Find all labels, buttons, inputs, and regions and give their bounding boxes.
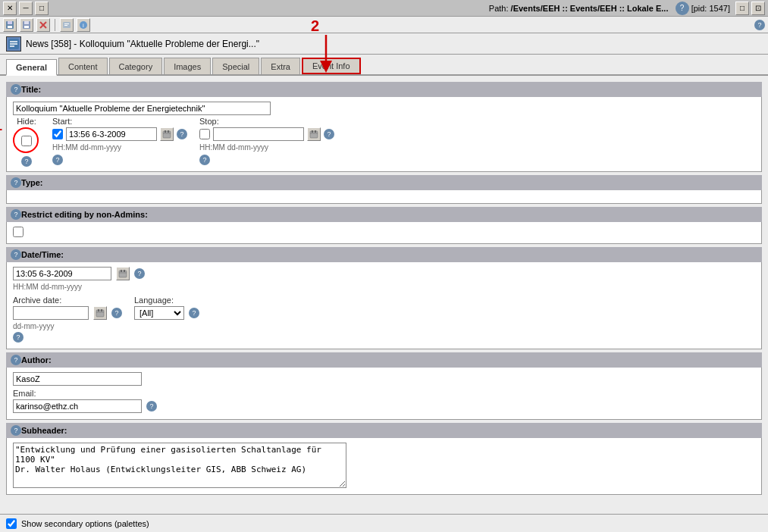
save-doc-button[interactable] bbox=[20, 18, 33, 32]
author-section-body: Email: ? bbox=[6, 368, 762, 420]
svg-rect-28 bbox=[121, 270, 122, 272]
restore-btn[interactable]: □ bbox=[35, 2, 49, 15]
type-section-header: ? Type: bbox=[6, 175, 762, 190]
svg-rect-21 bbox=[168, 130, 169, 133]
type-help-icon[interactable]: ? bbox=[11, 177, 21, 188]
type-section-body bbox=[6, 190, 762, 204]
close-btn[interactable]: ✕ bbox=[3, 2, 17, 15]
title-section-body: 1 Hide: ? Start: bbox=[6, 97, 762, 172]
tab-extra[interactable]: Extra bbox=[261, 58, 300, 74]
svg-rect-33 bbox=[101, 309, 102, 311]
restrict-section: ? Restrict editing by non-Admins: bbox=[6, 207, 762, 244]
info-button[interactable]: i bbox=[77, 18, 90, 32]
subheader-section-label: Subheader: bbox=[21, 426, 67, 435]
stop-format-help-icon[interactable]: ? bbox=[199, 155, 210, 165]
title-help-icon[interactable]: ? bbox=[11, 84, 21, 95]
save-button[interactable] bbox=[3, 18, 17, 32]
author-section: ? Author: Email: ? bbox=[6, 352, 762, 420]
language-help-icon[interactable]: ? bbox=[189, 308, 199, 318]
global-help-icon[interactable]: ? bbox=[754, 20, 765, 30]
email-input[interactable] bbox=[13, 399, 142, 413]
minimize-btn[interactable]: ─ bbox=[19, 2, 33, 15]
start-enabled-checkbox[interactable] bbox=[52, 129, 63, 139]
title-input[interactable] bbox=[13, 102, 271, 115]
subheader-textarea[interactable]: "Entwicklung und Prüfung einer gasisolie… bbox=[13, 443, 346, 488]
hide-checkbox[interactable] bbox=[21, 136, 32, 146]
datetime-input-row: ? bbox=[13, 267, 755, 280]
show-secondary-checkbox[interactable] bbox=[6, 518, 17, 529]
window-restore-btn[interactable]: □ bbox=[735, 2, 749, 15]
datetime-help-icon[interactable]: ? bbox=[11, 249, 21, 260]
svg-text:i: i bbox=[83, 22, 84, 29]
archive-format-help-icon[interactable]: ? bbox=[13, 332, 24, 343]
author-input-row bbox=[13, 372, 755, 386]
start-label: Start: bbox=[52, 117, 187, 126]
archive-help-icon[interactable]: ? bbox=[111, 308, 122, 318]
tab-content[interactable]: Content bbox=[58, 58, 108, 74]
language-select-row: [All] English German French ? bbox=[134, 306, 199, 320]
archive-input[interactable] bbox=[13, 306, 89, 320]
subheader-help-icon[interactable]: ? bbox=[11, 425, 21, 436]
stop-enabled-checkbox[interactable] bbox=[199, 129, 210, 139]
restrict-checkbox[interactable] bbox=[13, 227, 24, 237]
author-section-label: Author: bbox=[21, 355, 52, 365]
hide-stop-row: 1 Hide: ? Start: bbox=[13, 117, 755, 167]
archive-calendar-btn[interactable] bbox=[93, 306, 107, 320]
email-help-icon[interactable]: ? bbox=[146, 401, 157, 412]
email-label: Email: bbox=[13, 389, 36, 398]
archive-label: Archive date: bbox=[13, 296, 61, 305]
hide-label: Hide: bbox=[17, 117, 36, 126]
start-input[interactable] bbox=[66, 127, 157, 141]
datetime-section-body: ? HH:MM dd-mm-yyyy Archive date: ? dd bbox=[6, 262, 762, 349]
news-header: News [358] - Kolloquium "Aktuelle Proble… bbox=[0, 33, 768, 55]
help-icon[interactable]: ? bbox=[676, 2, 689, 15]
hide-help-icon[interactable]: ? bbox=[21, 156, 32, 167]
title-input-row bbox=[13, 102, 755, 115]
path-value: /Events/EEH :: Events/EEH :: Lokale E... bbox=[511, 3, 669, 12]
language-col: Language: [All] English German French ? bbox=[134, 296, 199, 321]
datetime-section-label: Date/Time: bbox=[21, 250, 64, 259]
datetime-help-icon2[interactable]: ? bbox=[134, 268, 145, 279]
restrict-section-label: Restrict editing by non-Admins: bbox=[21, 210, 148, 219]
stop-format-hint: HH:MM dd-mm-yyyy bbox=[199, 143, 334, 152]
type-section-label: Type: bbox=[21, 178, 43, 187]
type-section: ? Type: bbox=[6, 175, 762, 204]
svg-rect-25 bbox=[315, 130, 316, 133]
author-help-icon[interactable]: ? bbox=[11, 355, 21, 365]
window-maximize-btn[interactable]: ⊡ bbox=[751, 2, 765, 15]
language-select[interactable]: [All] English German French bbox=[134, 306, 184, 320]
datetime-section: ? Date/Time: ? HH:MM dd-mm-yyyy Archive … bbox=[6, 247, 762, 349]
tab-special[interactable]: Special bbox=[212, 58, 259, 74]
svg-rect-23 bbox=[310, 131, 318, 138]
svg-rect-24 bbox=[312, 130, 313, 133]
stop-label: Stop: bbox=[199, 117, 334, 126]
title-bar: ✕ ─ □ Path: /Events/EEH :: Events/EEH ::… bbox=[0, 0, 768, 17]
start-format-help-icon[interactable]: ? bbox=[52, 155, 63, 165]
tab-general[interactable]: General bbox=[6, 59, 57, 76]
stop-help-icon[interactable]: ? bbox=[324, 129, 334, 139]
datetime-calendar-btn[interactable] bbox=[116, 267, 130, 280]
show-secondary-label: Show secondary options (palettes) bbox=[21, 519, 149, 528]
tab-category[interactable]: Category bbox=[109, 58, 163, 74]
tab-eventinfo[interactable]: Event Info 2 bbox=[302, 58, 361, 74]
start-help-icon[interactable]: ? bbox=[177, 129, 187, 139]
tabs-bar: General Content Category Images Special … bbox=[0, 55, 768, 76]
restrict-help-icon[interactable]: ? bbox=[11, 209, 21, 220]
tab-images[interactable]: Images bbox=[164, 58, 211, 74]
archive-input-row: ? bbox=[13, 306, 122, 320]
datetime-input[interactable] bbox=[13, 267, 111, 280]
svg-rect-4 bbox=[24, 21, 29, 24]
start-calendar-btn[interactable] bbox=[160, 127, 174, 141]
close-doc-button[interactable] bbox=[36, 18, 50, 32]
author-input[interactable] bbox=[13, 372, 142, 386]
stop-calendar-btn[interactable] bbox=[307, 127, 321, 141]
stop-input[interactable] bbox=[213, 127, 304, 141]
preview-button[interactable] bbox=[60, 18, 74, 32]
archive-format-hint: dd-mm-yyyy bbox=[13, 322, 54, 330]
annotation-num-1: 1 bbox=[0, 118, 2, 134]
svg-rect-29 bbox=[124, 270, 125, 272]
svg-rect-2 bbox=[8, 26, 12, 28]
start-format-hint: HH:MM dd-mm-yyyy bbox=[52, 143, 187, 152]
datetime-section-header: ? Date/Time: bbox=[6, 247, 762, 262]
pid-display: ? [pid: 1547] □ ⊡ bbox=[676, 2, 765, 15]
